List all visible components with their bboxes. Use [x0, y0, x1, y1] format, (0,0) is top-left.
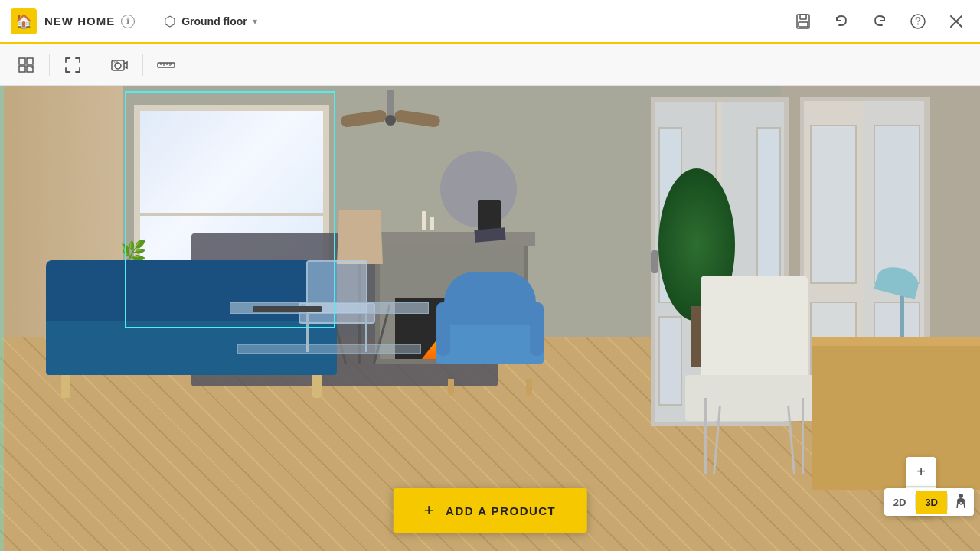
app-logo: 🏠 — [11, 8, 37, 34]
armchair-arm-left — [436, 302, 450, 356]
app-title: NEW HOME — [44, 15, 115, 28]
desk — [812, 337, 980, 490]
svg-rect-1 — [800, 15, 806, 19]
fan-blade-right — [394, 109, 441, 128]
save-button[interactable] — [790, 8, 816, 34]
fan-blades — [341, 112, 440, 132]
armchair-leg-right — [526, 379, 532, 396]
coffee-table-shelf — [237, 344, 421, 354]
chevron-down-icon: ▾ — [253, 16, 257, 27]
fireplace-mantel — [368, 232, 535, 246]
svg-rect-14 — [158, 63, 175, 67]
undo-button[interactable] — [828, 8, 854, 34]
toolbar-separator-2 — [96, 54, 96, 76]
measure-tool-button[interactable] — [151, 50, 181, 80]
svg-rect-8 — [27, 58, 33, 64]
svg-text:3D: 3D — [113, 60, 119, 65]
desk-lamp — [869, 268, 938, 337]
blue-armchair — [436, 272, 544, 379]
floor-label: Ground floor — [181, 15, 247, 28]
person-view-button[interactable] — [948, 488, 974, 516]
svg-rect-7 — [19, 58, 25, 64]
desk-lamp-pole — [900, 291, 904, 337]
grid-tool-button[interactable] — [11, 50, 41, 80]
add-product-button[interactable]: + ADD A PRODUCT — [394, 488, 587, 533]
svg-rect-2 — [799, 22, 808, 27]
topbar-actions — [790, 8, 969, 34]
toolbar: 3D — [0, 44, 980, 86]
view-3d-button[interactable]: 3D — [916, 491, 947, 514]
white-chair-leg-fr — [802, 398, 804, 474]
svg-point-4 — [917, 23, 919, 24]
desk-top — [812, 337, 980, 346]
wall-corner-hint — [0, 86, 4, 551]
fullscreen-tool-button[interactable] — [57, 50, 88, 80]
close-button[interactable] — [943, 8, 969, 34]
fan-blade-left — [340, 109, 387, 128]
armchair-arm-right — [530, 302, 544, 356]
room-wrapper: 🌿 — [0, 86, 980, 551]
candle-2 — [430, 217, 434, 230]
laptop — [253, 306, 322, 312]
ceiling-fan — [329, 90, 452, 135]
top-bar: 🏠 NEW HOME ℹ ⬡ Ground floor ▾ — [0, 0, 980, 44]
lamp-shade — [337, 210, 383, 264]
white-chair-leg-fl — [704, 398, 707, 474]
svg-rect-9 — [19, 66, 25, 72]
info-icon[interactable]: ℹ — [121, 15, 135, 28]
toolbar-separator-1 — [49, 54, 50, 76]
desk-lamp-shade — [874, 262, 921, 299]
zoom-in-button[interactable]: + — [906, 457, 936, 486]
coffee-table — [230, 302, 429, 379]
fan-center — [385, 115, 396, 126]
redo-button[interactable] — [867, 8, 893, 34]
candle-1 — [422, 211, 426, 230]
white-chair — [685, 276, 823, 474]
svg-point-20 — [959, 494, 963, 498]
3d-scene[interactable]: 🌿 — [0, 86, 980, 551]
svg-rect-10 — [27, 66, 33, 72]
armchair-seat — [436, 325, 544, 364]
plus-icon: + — [424, 500, 435, 520]
person-icon — [956, 493, 966, 508]
view-2d-button[interactable]: 2D — [884, 491, 916, 514]
toolbar-separator-3 — [142, 54, 143, 76]
view-mode-toggle: 2D 3D — [884, 488, 974, 516]
armchair-leg-left — [448, 379, 454, 396]
floor-plan-icon: ⬡ — [164, 13, 176, 30]
sofa-leg-left — [61, 375, 70, 398]
floor-selector[interactable]: ⬡ Ground floor ▾ — [156, 9, 265, 34]
mantel-vase — [478, 200, 501, 230]
help-button[interactable] — [905, 8, 931, 34]
add-product-label: ADD A PRODUCT — [446, 504, 556, 517]
camera-tool-button[interactable]: 3D — [104, 50, 135, 80]
